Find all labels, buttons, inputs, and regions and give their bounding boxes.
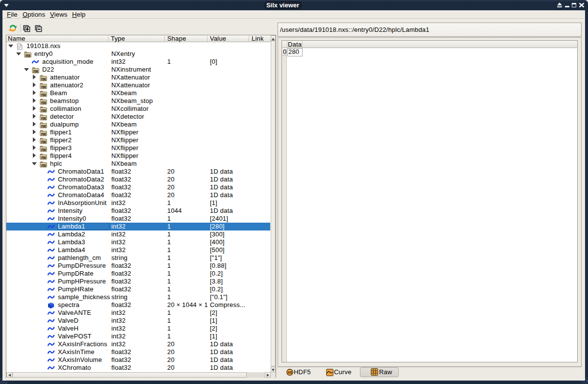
svg-text:nx: nx bbox=[41, 100, 46, 105]
svg-text:nx: nx bbox=[41, 131, 46, 136]
svg-text:nx: nx bbox=[41, 155, 46, 160]
svg-text:nx: nx bbox=[41, 124, 46, 128]
svg-text:nx: nx bbox=[41, 147, 46, 152]
svg-text:nx: nx bbox=[41, 77, 46, 81]
svg-text:nx: nx bbox=[26, 53, 30, 58]
svg-text:nx: nx bbox=[33, 69, 38, 74]
svg-text:nx: nx bbox=[41, 84, 46, 89]
svg-text:h5: h5 bbox=[288, 370, 292, 375]
svg-text:nx: nx bbox=[41, 92, 46, 97]
svg-text:nx: nx bbox=[41, 108, 46, 113]
svg-text:nx: nx bbox=[41, 139, 46, 144]
svg-text:nx: nx bbox=[41, 163, 46, 168]
svg-text:nx: nx bbox=[41, 116, 46, 121]
